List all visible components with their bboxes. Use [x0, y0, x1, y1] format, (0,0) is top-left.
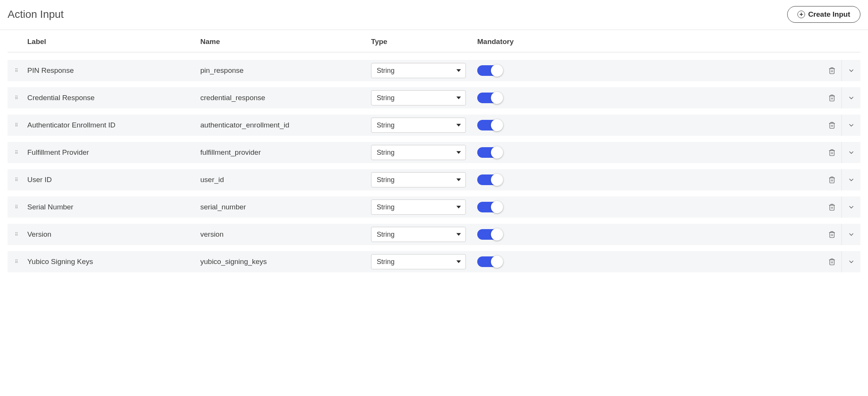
delete-button[interactable] — [822, 142, 841, 163]
delete-button[interactable] — [822, 251, 841, 272]
mandatory-toggle[interactable] — [477, 120, 502, 130]
row-mandatory-cell — [477, 93, 542, 103]
row-actions — [542, 196, 860, 218]
drag-handle-icon[interactable]: ⠿ — [8, 97, 26, 99]
mandatory-toggle[interactable] — [477, 202, 502, 212]
drag-handle-icon[interactable]: ⠿ — [8, 206, 26, 208]
table-row: ⠿User IDuser_idString — [8, 169, 860, 190]
delete-button[interactable] — [822, 224, 841, 245]
row-label: Authenticator Enrollment ID — [26, 121, 200, 129]
row-label: User ID — [26, 176, 200, 184]
drag-handle-icon[interactable]: ⠿ — [8, 234, 26, 236]
delete-button[interactable] — [822, 169, 841, 190]
mandatory-toggle[interactable] — [477, 229, 502, 240]
expand-button[interactable] — [841, 60, 860, 81]
type-select[interactable]: String — [371, 200, 466, 215]
caret-down-icon — [456, 124, 461, 127]
plus-circle-icon: + — [797, 11, 805, 18]
toggle-knob — [491, 119, 503, 131]
col-header-label: Label — [26, 38, 200, 46]
chevron-down-icon — [848, 258, 855, 266]
row-label: Serial Number — [26, 203, 200, 211]
row-actions — [542, 60, 860, 81]
mandatory-toggle[interactable] — [477, 93, 502, 103]
expand-button[interactable] — [841, 115, 860, 136]
type-select[interactable]: String — [371, 90, 466, 105]
row-name: yubico_signing_keys — [200, 258, 371, 266]
row-mandatory-cell — [477, 229, 542, 240]
row-label: Yubico Signing Keys — [26, 258, 200, 266]
row-actions — [542, 142, 860, 163]
trash-icon — [828, 231, 836, 238]
type-select-value: String — [377, 203, 395, 211]
expand-button[interactable] — [841, 224, 860, 245]
col-header-name: Name — [200, 38, 371, 46]
chevron-down-icon — [848, 149, 855, 156]
caret-down-icon — [456, 261, 461, 263]
type-select[interactable]: String — [371, 254, 466, 269]
expand-button[interactable] — [841, 142, 860, 163]
row-type-cell: String — [371, 227, 477, 242]
chevron-down-icon — [848, 231, 855, 238]
type-select[interactable]: String — [371, 227, 466, 242]
expand-button[interactable] — [841, 169, 860, 190]
row-name: authenticator_enrollment_id — [200, 121, 371, 129]
type-select-value: String — [377, 121, 395, 129]
row-actions — [542, 87, 860, 108]
caret-down-icon — [456, 97, 461, 99]
row-label: Credential Response — [26, 94, 200, 102]
drag-handle-icon[interactable]: ⠿ — [8, 152, 26, 154]
delete-button[interactable] — [822, 115, 841, 136]
mandatory-toggle[interactable] — [477, 147, 502, 158]
row-mandatory-cell — [477, 120, 542, 130]
row-type-cell: String — [371, 118, 477, 133]
mandatory-toggle[interactable] — [477, 174, 502, 185]
delete-button[interactable] — [822, 60, 841, 81]
delete-button[interactable] — [822, 196, 841, 218]
col-header-mandatory: Mandatory — [477, 38, 542, 46]
drag-handle-icon[interactable]: ⠿ — [8, 179, 26, 181]
type-select[interactable]: String — [371, 172, 466, 187]
drag-handle-icon[interactable]: ⠿ — [8, 261, 26, 263]
row-name: fulfillment_provider — [200, 148, 371, 157]
toggle-knob — [491, 174, 503, 186]
table-row: ⠿Fulfillment Providerfulfillment_provide… — [8, 142, 860, 163]
type-select[interactable]: String — [371, 63, 466, 78]
table-row: ⠿PIN Responsepin_responseString — [8, 60, 860, 81]
chevron-down-icon — [848, 121, 855, 129]
chevron-down-icon — [848, 176, 855, 184]
row-actions — [542, 115, 860, 136]
type-select-value: String — [377, 176, 395, 184]
type-select-value: String — [377, 258, 395, 266]
mandatory-toggle[interactable] — [477, 256, 502, 267]
toggle-knob — [491, 92, 503, 104]
trash-icon — [828, 258, 836, 266]
row-type-cell: String — [371, 145, 477, 160]
expand-button[interactable] — [841, 87, 860, 108]
row-actions — [542, 169, 860, 190]
table-row: ⠿Yubico Signing Keysyubico_signing_keysS… — [8, 251, 860, 272]
delete-button[interactable] — [822, 87, 841, 108]
type-select[interactable]: String — [371, 145, 466, 160]
toggle-knob — [491, 256, 503, 268]
mandatory-toggle[interactable] — [477, 65, 502, 76]
type-select[interactable]: String — [371, 118, 466, 133]
expand-button[interactable] — [841, 196, 860, 218]
type-select-value: String — [377, 149, 395, 157]
trash-icon — [828, 121, 836, 129]
chevron-down-icon — [848, 67, 855, 74]
inputs-table: Label Name Type Mandatory ⠿PIN Responsep… — [0, 30, 868, 272]
table-row: ⠿Credential Responsecredential_responseS… — [8, 87, 860, 108]
row-type-cell: String — [371, 63, 477, 78]
caret-down-icon — [456, 206, 461, 209]
drag-handle-icon[interactable]: ⠿ — [8, 124, 26, 126]
row-label: Version — [26, 230, 200, 239]
row-name: credential_response — [200, 94, 371, 102]
row-mandatory-cell — [477, 174, 542, 185]
row-name: version — [200, 230, 371, 239]
expand-button[interactable] — [841, 251, 860, 272]
drag-handle-icon[interactable]: ⠿ — [8, 70, 26, 72]
create-input-button[interactable]: + Create Input — [787, 6, 860, 23]
toggle-knob — [491, 64, 503, 77]
row-name: pin_response — [200, 66, 371, 75]
